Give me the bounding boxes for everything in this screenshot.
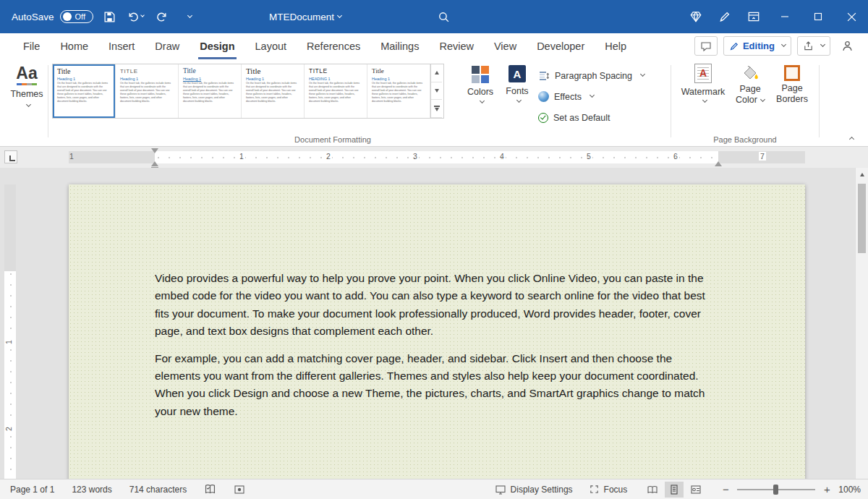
fonts-label: Fonts — [506, 86, 528, 97]
gallery-more-button[interactable] — [431, 100, 442, 118]
vertical-scrollbar[interactable] — [855, 168, 868, 479]
document-title[interactable]: MTEDocument — [269, 0, 341, 33]
print-layout-button[interactable] — [665, 482, 684, 498]
word-count-status[interactable]: 123 words — [72, 485, 111, 495]
display-settings-button[interactable]: Display Settings — [495, 484, 573, 495]
search-button[interactable] — [433, 6, 454, 27]
undo-button[interactable] — [127, 6, 145, 27]
ruler-number: 1 — [68, 152, 75, 161]
themes-button[interactable]: Aa Themes — [7, 64, 46, 108]
autosave-control[interactable]: AutoSave Off — [12, 10, 93, 23]
set-as-default-button[interactable]: Set as Default — [538, 107, 610, 128]
autosave-toggle[interactable]: Off — [60, 10, 93, 23]
colors-chevron-icon — [480, 98, 485, 103]
focus-mode-button[interactable]: Focus — [589, 484, 628, 495]
style-set-thumbnail-2[interactable]: TITLE Heading 1 On the Insert tab, the g… — [116, 64, 179, 118]
ribbon-display-options-button[interactable] — [739, 0, 768, 33]
style-set-thumbnail-5[interactable]: TITLE HEADING 1 On the Insert tab, the g… — [305, 64, 367, 118]
macro-recording-button[interactable] — [234, 484, 245, 495]
zoom-out-button[interactable]: − — [721, 483, 730, 495]
watermark-button[interactable]: A Watermark — [678, 64, 728, 103]
zoom-in-button[interactable]: + — [822, 483, 831, 495]
tab-design[interactable]: Design — [190, 33, 244, 59]
themes-icon: Aa — [16, 64, 37, 82]
style-set-gallery: Title Heading 1 On the Insert tab, the g… — [52, 64, 444, 119]
style-set-thumbnail-6[interactable]: Title Heading 1 On the Insert tab, the g… — [367, 64, 430, 118]
horizontal-ruler[interactable]: 1 1 2 3 4 5 6 7 — [69, 151, 805, 163]
document-page[interactable]: Video provides a powerful way to help yo… — [69, 184, 805, 479]
effects-label: Effects — [554, 92, 582, 102]
scroll-up-button[interactable] — [856, 168, 868, 181]
first-line-indent-marker[interactable] — [151, 148, 158, 153]
zoom-percentage[interactable]: 100% — [838, 485, 861, 495]
tab-mailings[interactable]: Mailings — [370, 33, 429, 59]
tab-references[interactable]: References — [297, 33, 370, 59]
page-borders-button[interactable]: Page Borders — [771, 64, 813, 105]
page-color-button[interactable]: Page Color — [732, 64, 768, 106]
designer-gem-icon — [689, 10, 702, 23]
tab-review[interactable]: Review — [429, 33, 484, 59]
tab-file[interactable]: File — [13, 33, 50, 59]
zoom-control: − + 100% — [721, 483, 861, 495]
minimize-button[interactable] — [768, 0, 801, 33]
zoom-slider[interactable] — [737, 489, 815, 490]
group-divider — [671, 65, 671, 137]
redo-icon — [156, 11, 168, 23]
undo-menu-chevron-icon[interactable] — [140, 13, 145, 17]
character-count-status[interactable]: 714 characters — [129, 485, 187, 495]
read-mode-button[interactable] — [643, 482, 662, 498]
ribbon-design: Aa Themes Title Heading 1 On the Insert … — [0, 59, 868, 147]
save-button[interactable] — [101, 6, 119, 27]
scrollbar-thumb[interactable] — [858, 184, 866, 253]
tab-home[interactable]: Home — [50, 33, 98, 59]
tab-developer[interactable]: Developer — [527, 33, 595, 59]
tab-draw[interactable]: Draw — [145, 33, 190, 59]
paragraph[interactable]: For example, you can add a matching cove… — [155, 350, 718, 421]
collapse-ribbon-button[interactable] — [842, 132, 858, 143]
tab-help[interactable]: Help — [595, 33, 637, 59]
designer-button[interactable] — [681, 0, 710, 33]
tab-layout[interactable]: Layout — [245, 33, 297, 59]
maximize-button[interactable] — [801, 0, 835, 33]
colors-button[interactable]: Colors — [463, 64, 498, 104]
zoom-slider-thumb[interactable] — [773, 485, 778, 495]
tab-stop-selector[interactable] — [4, 150, 17, 163]
document-canvas: 1 2 Video provides a powerful way to hel… — [0, 168, 855, 479]
share-button[interactable] — [797, 36, 830, 56]
paragraph-spacing-label: Paragraph Spacing — [555, 71, 632, 81]
document-text[interactable]: Video provides a powerful way to help yo… — [155, 270, 718, 430]
effects-button[interactable]: Effects — [538, 86, 594, 107]
redo-button[interactable] — [153, 6, 171, 27]
fonts-button[interactable]: A Fonts — [502, 64, 532, 103]
tab-view[interactable]: View — [484, 33, 527, 59]
style-set-thumbnail-1[interactable]: Title Heading 1 On the Insert tab, the g… — [53, 64, 116, 118]
page-number-status[interactable]: Page 1 of 1 — [10, 485, 54, 495]
vertical-ruler[interactable]: 1 2 — [4, 168, 16, 479]
proofing-status-button[interactable] — [204, 483, 216, 495]
ink-editor-button[interactable] — [710, 0, 739, 33]
style-set-thumbnail-3[interactable]: Title Heading 1 On the Insert tab, the g… — [179, 64, 242, 118]
tab-stop-icon — [9, 155, 15, 161]
paragraph[interactable]: Video provides a powerful way to help yo… — [155, 270, 718, 341]
gallery-scroll-down-button[interactable] — [431, 82, 442, 101]
people-button[interactable] — [836, 36, 858, 56]
comments-button[interactable] — [694, 36, 718, 56]
style-set-thumbnail-4[interactable]: Title Heading 1 On the Insert tab, the g… — [242, 64, 305, 118]
ruler-number: 2 — [325, 152, 332, 161]
save-icon — [103, 11, 116, 23]
hanging-indent-marker[interactable] — [151, 161, 158, 166]
fonts-icon: A — [509, 65, 526, 82]
ruler-number: 5 — [585, 152, 592, 161]
web-layout-button[interactable] — [686, 482, 705, 498]
editing-mode-button[interactable]: Editing — [723, 36, 791, 56]
quick-access-customize-button[interactable] — [179, 6, 197, 27]
gallery-scroll-up-button[interactable] — [431, 64, 442, 82]
ribbon-tabs: File Home Insert Draw Design Layout Refe… — [0, 33, 637, 59]
title-bar: AutoSave Off MTEDocument — [0, 0, 868, 33]
tab-insert[interactable]: Insert — [98, 33, 145, 59]
macro-icon — [234, 484, 245, 495]
ribbon-display-options-icon — [747, 10, 760, 23]
close-button[interactable] — [835, 0, 868, 33]
right-indent-marker[interactable] — [715, 161, 722, 166]
paragraph-spacing-button[interactable]: Paragraph Spacing — [538, 65, 644, 86]
